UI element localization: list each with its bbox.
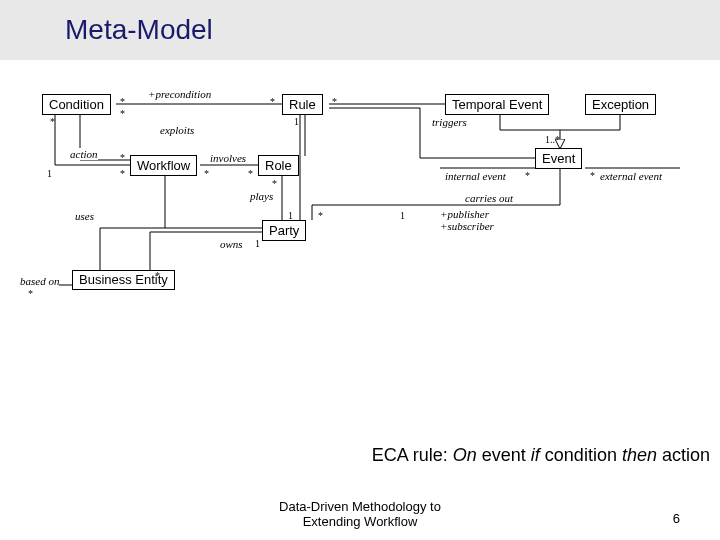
eca-event: event — [477, 445, 531, 465]
assoc-triggers: triggers — [432, 116, 467, 128]
entity-exception: Exception — [585, 94, 656, 115]
mult: * — [248, 168, 253, 179]
assoc-uses: uses — [75, 210, 94, 222]
mult: 1..* — [545, 134, 560, 145]
uml-diagram: Condition Rule Temporal Event Exception … — [0, 60, 720, 400]
eca-action: action — [657, 445, 710, 465]
assoc-internal-event: internal event — [445, 170, 506, 182]
assoc-action: action — [70, 148, 98, 160]
footer: Data-Driven Methodology to Extending Wor… — [0, 499, 720, 530]
footer-line1: Data-Driven Methodology to — [0, 499, 720, 515]
eca-rule-text: ECA rule: On event if condition then act… — [372, 445, 710, 466]
eca-on: On — [453, 445, 477, 465]
mult: * — [204, 168, 209, 179]
entity-condition: Condition — [42, 94, 111, 115]
assoc-based-on: based on — [20, 275, 59, 287]
mult: * — [120, 168, 125, 179]
entity-party: Party — [262, 220, 306, 241]
mult: * — [28, 288, 33, 299]
assoc-carries-out: carries out — [465, 192, 513, 204]
assoc-precondition: +precondition — [148, 88, 211, 100]
mult: * — [270, 96, 275, 107]
eca-prefix: ECA rule: — [372, 445, 453, 465]
mult: * — [332, 96, 337, 107]
assoc-publisher: +publisher — [440, 208, 489, 220]
mult: * — [155, 270, 160, 281]
page-number: 6 — [673, 511, 680, 526]
mult: 1 — [400, 210, 405, 221]
entity-role: Role — [258, 155, 299, 176]
title-bar: Meta-Model — [0, 0, 720, 60]
assoc-exploits: exploits — [160, 124, 194, 136]
mult: * — [318, 210, 323, 221]
assoc-subscriber: +subscriber — [440, 220, 494, 232]
assoc-external-event: external event — [600, 170, 662, 182]
mult: * — [120, 152, 125, 163]
mult: * — [272, 178, 277, 189]
mult: 1 — [294, 116, 299, 127]
eca-if: if — [531, 445, 540, 465]
mult: * — [590, 170, 595, 181]
mult: * — [120, 108, 125, 119]
entity-workflow: Workflow — [130, 155, 197, 176]
eca-condition: condition — [540, 445, 622, 465]
mult: * — [525, 170, 530, 181]
mult: 1 — [255, 238, 260, 249]
mult: 1 — [47, 168, 52, 179]
entity-event: Event — [535, 148, 582, 169]
mult: * — [50, 116, 55, 127]
assoc-plays: plays — [250, 190, 273, 202]
assoc-owns: owns — [220, 238, 243, 250]
mult: * — [120, 96, 125, 107]
footer-line2: Extending Workflow — [0, 514, 720, 530]
page-title: Meta-Model — [65, 14, 213, 46]
assoc-involves: involves — [210, 152, 246, 164]
mult: 1 — [288, 210, 293, 221]
eca-then: then — [622, 445, 657, 465]
entity-temporal-event: Temporal Event — [445, 94, 549, 115]
entity-rule: Rule — [282, 94, 323, 115]
